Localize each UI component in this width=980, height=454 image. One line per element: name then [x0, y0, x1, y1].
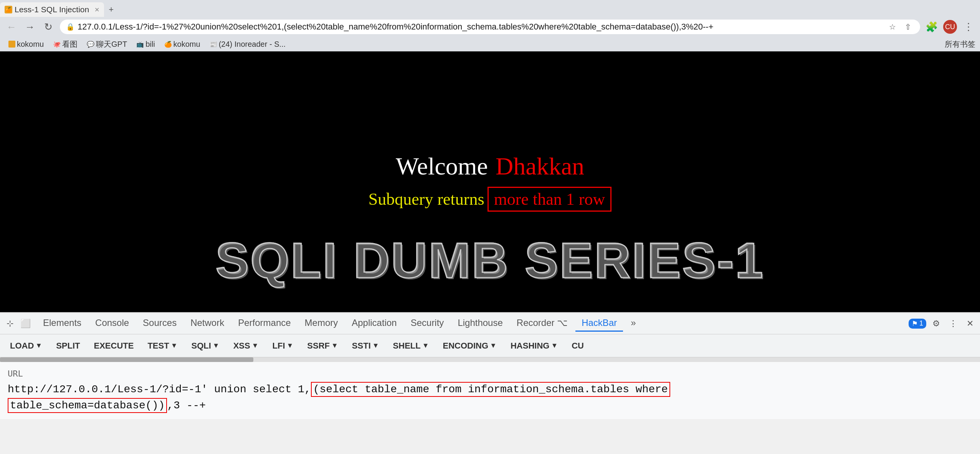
hackbar-cu-btn[interactable]: CU [566, 339, 589, 353]
back-button[interactable]: ← [5, 20, 18, 34]
url-bar[interactable]: 🔒 127.0.0.1/Less-1/?id=-1%27%20union%20s… [60, 20, 920, 34]
bookmark-label-2: 看图 [62, 39, 78, 49]
hackbar-split-label: SPLIT [56, 341, 80, 351]
bookmark-bili[interactable]: 📺 bili [132, 39, 159, 50]
tab-application-label: Application [352, 317, 397, 328]
active-tab[interactable]: 🍊 Less-1 SQL Injection ✕ [0, 2, 104, 17]
url-text: 127.0.0.1/Less-1/?id=-1%27%20union%20sel… [78, 22, 883, 32]
devtools-panel: ⊹ ⬜ Elements Console Sources Network Per… [0, 312, 980, 419]
tab-lighthouse-label: Lighthouse [458, 317, 502, 328]
encoding-arrow-icon: ▼ [490, 342, 497, 350]
hackbar-ssrf-label: SSRF [307, 341, 330, 351]
dhakkan-label: Dhakkan [496, 152, 584, 181]
url-content: http://127.0.0.1/Less-1/?id=-1' union se… [8, 382, 972, 414]
hackbar-ssti-label: SSTI [352, 341, 371, 351]
error-box: more than 1 row [488, 187, 612, 212]
hackbar-hashing-label: HASHING [511, 341, 549, 351]
bookmark-kokomu-2[interactable]: 🍊 kokomu [160, 39, 204, 50]
tab-network[interactable]: Network [184, 315, 230, 332]
hackbar-load-label: LOAD [10, 341, 34, 351]
devtools-icons: ⊹ ⬜ [3, 317, 32, 331]
hackbar-xss-label: XSS [233, 341, 250, 351]
reload-button[interactable]: ↻ [41, 20, 55, 34]
bookmark-favicon-5: 🍊 [164, 41, 172, 48]
hackbar-test-label: TEST [147, 341, 169, 351]
hackbar-hashing-btn[interactable]: HASHING ▼ [505, 339, 563, 353]
notification-badge: ⚑ 1 [909, 319, 926, 329]
hackbar-xss-btn[interactable]: XSS ▼ [228, 339, 264, 353]
tab-hackbar[interactable]: HackBar [575, 315, 623, 332]
bookmark-label-3: 聊天GPT [96, 39, 127, 49]
subquery-line: Subquery returns more than 1 row [369, 187, 611, 212]
bookmark-kokomu-1[interactable]: kokomu [5, 39, 48, 50]
tab-favicon: 🍊 [5, 6, 12, 13]
hackbar-split-btn[interactable]: SPLIT [51, 339, 85, 353]
badge-count: 1 [919, 319, 923, 327]
tab-bar: 🍊 Less-1 SQL Injection ✕ + [0, 0, 980, 17]
tab-more[interactable]: » [625, 315, 642, 332]
menu-icon[interactable]: ⋮ [962, 20, 975, 34]
bookmark-label-6: (24) Inoreader - S... [219, 40, 286, 49]
tab-security[interactable]: Security [405, 315, 450, 332]
hackbar-encoding-btn[interactable]: ENCODING ▼ [438, 339, 502, 353]
bookmark-github[interactable]: 🐙 看图 [49, 38, 81, 51]
hackbar-ssrf-btn[interactable]: SSRF ▼ [302, 339, 344, 353]
hackbar-shell-label: SHELL [393, 341, 421, 351]
hackbar-lfi-btn[interactable]: LFI ▼ [267, 339, 299, 353]
tab-application[interactable]: Application [345, 315, 403, 332]
bookmarks-bar-right[interactable]: 所有书签 [945, 39, 975, 49]
hackbar-execute-btn[interactable]: EXECUTE [89, 339, 139, 353]
profile-icon[interactable]: CU [943, 20, 957, 34]
hackbar-ssti-btn[interactable]: SSTI ▼ [347, 339, 385, 353]
tab-sources-label: Sources [143, 317, 177, 328]
tab-elements[interactable]: Elements [37, 315, 88, 332]
hackbar-sqli-btn[interactable]: SQLI ▼ [186, 339, 225, 353]
devtools-kebab-icon[interactable]: ⋮ [946, 317, 960, 331]
devtools-settings-icon[interactable]: ⚙ [929, 317, 943, 331]
devtools-close-icon[interactable]: ✕ [963, 317, 977, 331]
forward-button[interactable]: → [23, 20, 37, 34]
tab-close-icon[interactable]: ✕ [94, 6, 99, 13]
bookmark-favicon-3: 💬 [87, 41, 94, 48]
shell-arrow-icon: ▼ [422, 342, 429, 350]
tab-memory[interactable]: Memory [299, 315, 344, 332]
devtools-device-icon[interactable]: ⬜ [18, 317, 32, 331]
tab-lighthouse[interactable]: Lighthouse [451, 315, 509, 332]
ssti-arrow-icon: ▼ [372, 342, 379, 350]
hackbar-lfi-label: LFI [273, 341, 285, 351]
devtools-inspect-icon[interactable]: ⊹ [3, 317, 17, 331]
url-highlighted-2: table_schema=database()) [8, 398, 167, 413]
hackbar-scrollbar[interactable] [0, 357, 980, 362]
lock-icon: 🔒 [66, 23, 74, 31]
bookmark-label-1: kokomu [17, 40, 44, 49]
ssrf-arrow-icon: ▼ [331, 342, 338, 350]
url-highlighted-1: (select table_name from information_sche… [311, 382, 670, 397]
cast-icon[interactable]: ⇧ [902, 21, 914, 33]
hackbar-test-btn[interactable]: TEST ▼ [142, 339, 183, 353]
browser-chrome: 🍊 Less-1 SQL Injection ✕ + ← → ↻ 🔒 127.0… [0, 0, 980, 51]
hashing-arrow-icon: ▼ [551, 342, 558, 350]
hackbar-cu-label: CU [572, 341, 584, 351]
badge-icon: ⚑ [912, 319, 918, 328]
page-content: Welcome Dhakkan Subquery returns more th… [0, 51, 980, 312]
tab-performance[interactable]: Performance [232, 315, 297, 332]
tab-console[interactable]: Console [89, 315, 135, 332]
bookmark-chatgpt[interactable]: 💬 聊天GPT [83, 38, 131, 51]
tab-sources[interactable]: Sources [137, 315, 183, 332]
tab-network-label: Network [190, 317, 224, 328]
hackbar-load-btn[interactable]: LOAD ▼ [5, 339, 48, 353]
extensions-icon[interactable]: 🧩 [925, 20, 939, 34]
tab-recorder[interactable]: Recorder ⌥ [511, 315, 574, 332]
devtools-right-controls: ⚑ 1 ⚙ ⋮ ✕ [909, 317, 977, 331]
hackbar-shell-btn[interactable]: SHELL ▼ [388, 339, 435, 353]
new-tab-btn[interactable]: + [104, 2, 118, 17]
tab-hackbar-label: HackBar [582, 317, 617, 328]
url-section: URL http://127.0.0.1/Less-1/?id=-1' unio… [0, 362, 980, 419]
bookmark-label-5: kokomu [174, 40, 200, 49]
bookmark-favicon-4: 📺 [136, 41, 144, 48]
test-arrow-icon: ▼ [171, 342, 178, 350]
bookmark-star-icon[interactable]: ☆ [886, 21, 899, 33]
welcome-section: Welcome Dhakkan [396, 152, 584, 181]
bookmark-inoreader[interactable]: 📰 (24) Inoreader - S... [206, 39, 290, 50]
welcome-label: Welcome [396, 152, 488, 181]
